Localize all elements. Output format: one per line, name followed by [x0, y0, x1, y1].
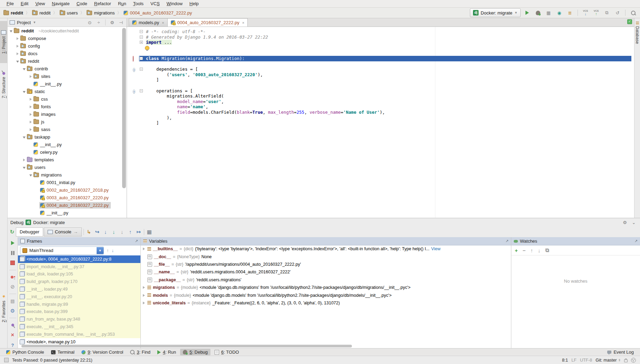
thread-selector[interactable]: MainThread ▼	[20, 246, 104, 255]
menu-item-edit[interactable]: Edit	[18, 0, 31, 7]
settings-icon[interactable]: ⚙	[10, 308, 16, 314]
toolwindow-button-5-debug[interactable]: 5: Debug	[180, 349, 210, 355]
collapsed-arrow-icon[interactable]	[30, 121, 32, 123]
frame-row[interactable]: handle, migrate.py:89	[18, 301, 140, 308]
code-line[interactable]: ),	[127, 115, 634, 121]
frame-row[interactable]: import_module, __init__.py:37	[18, 263, 140, 271]
expanded-arrow-icon[interactable]	[23, 167, 26, 169]
git-branch-indicator[interactable]: Git: master⇕	[595, 358, 621, 363]
mute-breakpoints-icon[interactable]: ⊘	[10, 284, 16, 290]
code-line[interactable]	[127, 45, 634, 51]
tree-row[interactable]: fonts	[8, 103, 122, 110]
stop-icon[interactable]	[10, 260, 16, 266]
fold-marker-icon[interactable]: −	[140, 30, 143, 33]
code-line[interactable]: ]	[127, 77, 634, 83]
intention-bulb-icon[interactable]	[145, 46, 149, 50]
toolwindow-toggle-icon[interactable]	[4, 358, 9, 362]
step-into-icon[interactable]: ↓	[101, 228, 110, 236]
toolwindow-button-6-todo[interactable]: 6: TODO	[212, 349, 242, 355]
code-line[interactable]	[127, 83, 634, 88]
locate-icon[interactable]: ⊙	[86, 20, 93, 25]
tree-row[interactable]: users	[8, 163, 122, 171]
variable-row[interactable]: 01__file__={str}'/app/reddit/users/migra…	[141, 261, 511, 268]
expanded-arrow-icon[interactable]	[23, 136, 26, 139]
variable-row[interactable]: 01__doc__={NoneType}None	[141, 253, 511, 260]
tree-row[interactable]: compose	[8, 34, 122, 42]
expanded-arrow-icon[interactable]	[10, 30, 12, 32]
variable-row[interactable]: models={module}<module 'django.db.models…	[141, 291, 511, 299]
view-breakpoints-icon[interactable]	[10, 274, 16, 280]
expanded-arrow-icon[interactable]	[29, 174, 32, 176]
remove-watch-icon[interactable]: −	[523, 247, 526, 253]
frame-row[interactable]: __init__, loader.py:49	[18, 285, 140, 293]
close-tab-icon[interactable]: ×	[162, 21, 164, 25]
breadcrumb-item[interactable]: migrations	[86, 10, 115, 16]
menu-item-window[interactable]: Window	[164, 0, 186, 7]
variable-row[interactable]: 01__package__={str}'reddit.users.migrati…	[141, 276, 511, 284]
tree-row[interactable]: images	[8, 110, 122, 118]
menu-item-run[interactable]: Run	[115, 0, 129, 7]
run-configuration-select[interactable]: dj Docker: migrate ▼	[470, 8, 521, 17]
menu-item-help[interactable]: Help	[186, 0, 202, 7]
tree-row[interactable]: 0003_auto_20160327_2220.py	[8, 194, 122, 201]
caret-position[interactable]: 8:1	[562, 358, 568, 363]
run-with-coverage-icon[interactable]: ▦	[544, 9, 553, 17]
breadcrumb-item[interactable]: reddit	[3, 10, 24, 16]
move-down-icon[interactable]: ↓	[538, 247, 541, 253]
code-line[interactable]: ↑− operations = [	[127, 88, 634, 94]
tree-row[interactable]: __init__.py	[8, 80, 122, 88]
duplicate-icon[interactable]: ⧉	[545, 247, 549, 253]
hide-panel-icon[interactable]: ⊣	[118, 20, 125, 25]
evaluate-expression-icon[interactable]: ▦	[145, 228, 154, 236]
override-marker-icon[interactable]: ↑	[133, 68, 135, 72]
toolwindow-button-9-version-control[interactable]: 9: Version Control	[79, 349, 126, 355]
variable-row[interactable]: migrations={module}<module 'django.db.mi…	[141, 284, 511, 291]
toolwindow-button-terminal[interactable]: >_Terminal	[48, 349, 77, 355]
variable-row[interactable]: __builtins__={dict}{'bytearray': <type '…	[141, 245, 511, 253]
collapsed-arrow-icon[interactable]	[17, 45, 19, 48]
menu-item-code[interactable]: Code	[73, 0, 90, 7]
tree-row[interactable]: taskapp	[8, 133, 122, 141]
chevron-down-icon[interactable]: ▼	[33, 21, 36, 24]
variable-row[interactable]: 01__name__={str}'reddit.users.migrations…	[141, 268, 511, 276]
add-watch-icon[interactable]: +	[515, 247, 518, 253]
resume-icon[interactable]	[10, 240, 16, 246]
lock-icon[interactable]	[624, 360, 628, 362]
breakpoint-icon[interactable]	[133, 56, 134, 62]
step-into-my-code-icon[interactable]: ↓	[110, 228, 118, 236]
run-to-cursor-icon[interactable]: ↦	[135, 228, 143, 236]
close-icon[interactable]: ×	[10, 332, 16, 338]
frame-row[interactable]: execute, __init__.py:345	[18, 323, 140, 331]
code-line[interactable]: −# -*- coding: utf-8 -*-	[127, 29, 634, 34]
pin-icon[interactable]	[10, 322, 16, 328]
step-out-icon[interactable]: ↑	[126, 228, 135, 236]
tree-row[interactable]: __init__.py	[8, 141, 122, 148]
next-frame-icon[interactable]: ↓	[112, 248, 114, 253]
tree-row[interactable]: sass	[8, 125, 122, 133]
expand-arrow-icon[interactable]	[143, 294, 145, 297]
move-up-icon[interactable]: ↑	[531, 247, 533, 253]
tree-row[interactable]: 0002_auto_20160327_2018.py	[8, 186, 122, 194]
breadcrumb-item[interactable]: 0004_auto_20160327_2222.py	[123, 10, 193, 16]
collapsed-arrow-icon[interactable]	[30, 75, 32, 78]
tool-window-tab-database[interactable]: Database	[634, 20, 640, 45]
close-tab-icon[interactable]: ×	[242, 21, 244, 25]
run-icon[interactable]	[523, 9, 531, 17]
previous-frame-icon[interactable]: ↑	[107, 248, 109, 253]
tool-window-tab-favorites[interactable]: 2: Favorites★	[0, 284, 8, 333]
tree-row[interactable]: config	[8, 42, 122, 50]
view-value-link[interactable]: View	[431, 246, 441, 251]
expanded-arrow-icon[interactable]	[23, 68, 26, 70]
minimize-panel-icon[interactable]: ⌄	[630, 220, 637, 225]
code-line[interactable]: −# Generated by Django 1.9.4 on 2016-03-…	[127, 34, 634, 40]
expanded-arrow-icon[interactable]	[16, 61, 19, 63]
debug-tab-debugger[interactable]: Debugger	[16, 228, 43, 236]
fold-marker-icon[interactable]: −	[140, 89, 143, 92]
tool-window-tab-structure[interactable]: 7: Structure	[0, 62, 8, 108]
highlighting-level-icon[interactable]	[631, 358, 636, 363]
collapsed-arrow-icon[interactable]	[17, 52, 19, 55]
encoding-indicator[interactable]: UTF-8	[580, 358, 592, 363]
code-line[interactable]: ↑− dependencies = [	[127, 67, 634, 72]
rollback-icon[interactable]: ↺	[613, 9, 622, 17]
fold-marker-icon[interactable]: −	[140, 36, 143, 39]
